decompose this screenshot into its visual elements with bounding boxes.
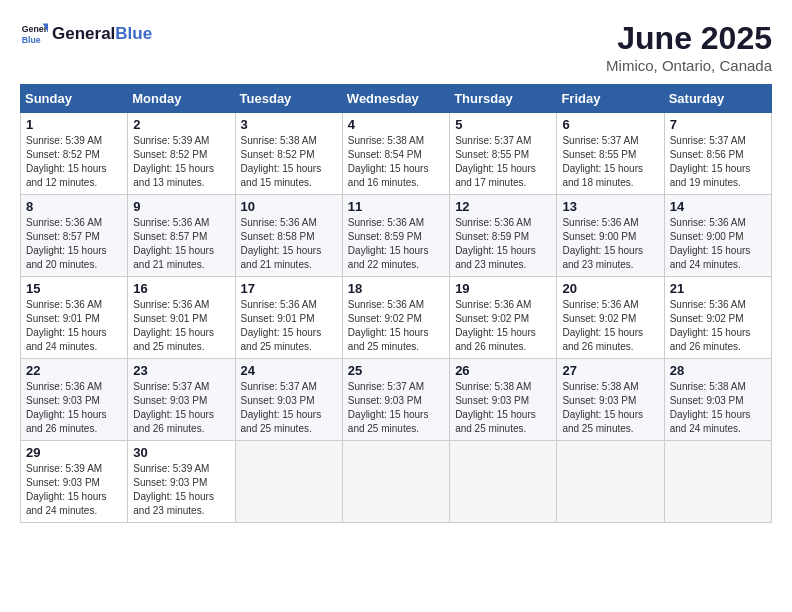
- logo-general: General: [52, 24, 115, 43]
- day-number: 22: [26, 363, 122, 378]
- day-cell: 27Sunrise: 5:38 AM Sunset: 9:03 PM Dayli…: [557, 359, 664, 441]
- day-info-text: Sunrise: 5:36 AM Sunset: 8:57 PM Dayligh…: [26, 216, 122, 272]
- day-info-text: Sunrise: 5:36 AM Sunset: 8:58 PM Dayligh…: [241, 216, 337, 272]
- page-header: General Blue GeneralBlue June 2025 Mimic…: [20, 20, 772, 74]
- day-cell: 4Sunrise: 5:38 AM Sunset: 8:54 PM Daylig…: [342, 113, 449, 195]
- day-cell: 29Sunrise: 5:39 AM Sunset: 9:03 PM Dayli…: [21, 441, 128, 523]
- day-number: 15: [26, 281, 122, 296]
- day-cell: 25Sunrise: 5:37 AM Sunset: 9:03 PM Dayli…: [342, 359, 449, 441]
- day-cell: [450, 441, 557, 523]
- day-info-text: Sunrise: 5:36 AM Sunset: 8:59 PM Dayligh…: [455, 216, 551, 272]
- day-cell: 30Sunrise: 5:39 AM Sunset: 9:03 PM Dayli…: [128, 441, 235, 523]
- day-info-text: Sunrise: 5:37 AM Sunset: 8:55 PM Dayligh…: [455, 134, 551, 190]
- day-number: 16: [133, 281, 229, 296]
- week-row-2: 8Sunrise: 5:36 AM Sunset: 8:57 PM Daylig…: [21, 195, 772, 277]
- day-number: 24: [241, 363, 337, 378]
- day-number: 28: [670, 363, 766, 378]
- day-number: 26: [455, 363, 551, 378]
- calendar-table: SundayMondayTuesdayWednesdayThursdayFrid…: [20, 84, 772, 523]
- day-info-text: Sunrise: 5:37 AM Sunset: 8:55 PM Dayligh…: [562, 134, 658, 190]
- header-row: SundayMondayTuesdayWednesdayThursdayFrid…: [21, 85, 772, 113]
- day-cell: 26Sunrise: 5:38 AM Sunset: 9:03 PM Dayli…: [450, 359, 557, 441]
- day-cell: 17Sunrise: 5:36 AM Sunset: 9:01 PM Dayli…: [235, 277, 342, 359]
- week-row-5: 29Sunrise: 5:39 AM Sunset: 9:03 PM Dayli…: [21, 441, 772, 523]
- day-number: 9: [133, 199, 229, 214]
- day-info-text: Sunrise: 5:38 AM Sunset: 9:03 PM Dayligh…: [670, 380, 766, 436]
- day-cell: 20Sunrise: 5:36 AM Sunset: 9:02 PM Dayli…: [557, 277, 664, 359]
- day-number: 13: [562, 199, 658, 214]
- day-number: 21: [670, 281, 766, 296]
- day-info-text: Sunrise: 5:38 AM Sunset: 9:03 PM Dayligh…: [455, 380, 551, 436]
- logo-icon: General Blue: [20, 20, 48, 48]
- day-number: 18: [348, 281, 444, 296]
- day-number: 20: [562, 281, 658, 296]
- title-area: June 2025 Mimico, Ontario, Canada: [606, 20, 772, 74]
- day-number: 6: [562, 117, 658, 132]
- day-number: 4: [348, 117, 444, 132]
- day-info-text: Sunrise: 5:38 AM Sunset: 8:52 PM Dayligh…: [241, 134, 337, 190]
- day-info-text: Sunrise: 5:36 AM Sunset: 9:01 PM Dayligh…: [133, 298, 229, 354]
- day-info-text: Sunrise: 5:36 AM Sunset: 9:01 PM Dayligh…: [241, 298, 337, 354]
- day-number: 12: [455, 199, 551, 214]
- month-title: June 2025: [606, 20, 772, 57]
- day-number: 17: [241, 281, 337, 296]
- day-cell: 14Sunrise: 5:36 AM Sunset: 9:00 PM Dayli…: [664, 195, 771, 277]
- header-cell-sunday: Sunday: [21, 85, 128, 113]
- day-info-text: Sunrise: 5:38 AM Sunset: 8:54 PM Dayligh…: [348, 134, 444, 190]
- day-info-text: Sunrise: 5:37 AM Sunset: 9:03 PM Dayligh…: [348, 380, 444, 436]
- day-info-text: Sunrise: 5:36 AM Sunset: 9:02 PM Dayligh…: [670, 298, 766, 354]
- day-info-text: Sunrise: 5:37 AM Sunset: 9:03 PM Dayligh…: [241, 380, 337, 436]
- day-info-text: Sunrise: 5:39 AM Sunset: 9:03 PM Dayligh…: [133, 462, 229, 518]
- day-cell: 8Sunrise: 5:36 AM Sunset: 8:57 PM Daylig…: [21, 195, 128, 277]
- day-info-text: Sunrise: 5:36 AM Sunset: 9:00 PM Dayligh…: [562, 216, 658, 272]
- day-info-text: Sunrise: 5:36 AM Sunset: 9:02 PM Dayligh…: [455, 298, 551, 354]
- day-info-text: Sunrise: 5:36 AM Sunset: 8:57 PM Dayligh…: [133, 216, 229, 272]
- day-number: 19: [455, 281, 551, 296]
- day-number: 25: [348, 363, 444, 378]
- logo: General Blue GeneralBlue: [20, 20, 152, 48]
- day-cell: 3Sunrise: 5:38 AM Sunset: 8:52 PM Daylig…: [235, 113, 342, 195]
- day-cell: [342, 441, 449, 523]
- day-cell: 5Sunrise: 5:37 AM Sunset: 8:55 PM Daylig…: [450, 113, 557, 195]
- day-number: 10: [241, 199, 337, 214]
- day-cell: 12Sunrise: 5:36 AM Sunset: 8:59 PM Dayli…: [450, 195, 557, 277]
- logo-text: GeneralBlue: [52, 25, 152, 44]
- day-cell: 16Sunrise: 5:36 AM Sunset: 9:01 PM Dayli…: [128, 277, 235, 359]
- day-info-text: Sunrise: 5:38 AM Sunset: 9:03 PM Dayligh…: [562, 380, 658, 436]
- day-cell: 2Sunrise: 5:39 AM Sunset: 8:52 PM Daylig…: [128, 113, 235, 195]
- day-cell: 11Sunrise: 5:36 AM Sunset: 8:59 PM Dayli…: [342, 195, 449, 277]
- day-number: 23: [133, 363, 229, 378]
- day-cell: 21Sunrise: 5:36 AM Sunset: 9:02 PM Dayli…: [664, 277, 771, 359]
- day-number: 1: [26, 117, 122, 132]
- day-cell: [557, 441, 664, 523]
- day-info-text: Sunrise: 5:36 AM Sunset: 9:02 PM Dayligh…: [348, 298, 444, 354]
- header-cell-thursday: Thursday: [450, 85, 557, 113]
- day-number: 29: [26, 445, 122, 460]
- day-cell: 10Sunrise: 5:36 AM Sunset: 8:58 PM Dayli…: [235, 195, 342, 277]
- header-cell-saturday: Saturday: [664, 85, 771, 113]
- header-cell-monday: Monday: [128, 85, 235, 113]
- day-cell: 23Sunrise: 5:37 AM Sunset: 9:03 PM Dayli…: [128, 359, 235, 441]
- day-cell: 9Sunrise: 5:36 AM Sunset: 8:57 PM Daylig…: [128, 195, 235, 277]
- day-cell: 13Sunrise: 5:36 AM Sunset: 9:00 PM Dayli…: [557, 195, 664, 277]
- day-cell: 15Sunrise: 5:36 AM Sunset: 9:01 PM Dayli…: [21, 277, 128, 359]
- header-cell-wednesday: Wednesday: [342, 85, 449, 113]
- day-number: 27: [562, 363, 658, 378]
- header-cell-friday: Friday: [557, 85, 664, 113]
- week-row-3: 15Sunrise: 5:36 AM Sunset: 9:01 PM Dayli…: [21, 277, 772, 359]
- day-info-text: Sunrise: 5:36 AM Sunset: 9:03 PM Dayligh…: [26, 380, 122, 436]
- day-number: 30: [133, 445, 229, 460]
- day-info-text: Sunrise: 5:37 AM Sunset: 9:03 PM Dayligh…: [133, 380, 229, 436]
- header-cell-tuesday: Tuesday: [235, 85, 342, 113]
- day-cell: 1Sunrise: 5:39 AM Sunset: 8:52 PM Daylig…: [21, 113, 128, 195]
- day-cell: 28Sunrise: 5:38 AM Sunset: 9:03 PM Dayli…: [664, 359, 771, 441]
- day-cell: 18Sunrise: 5:36 AM Sunset: 9:02 PM Dayli…: [342, 277, 449, 359]
- day-number: 7: [670, 117, 766, 132]
- day-info-text: Sunrise: 5:36 AM Sunset: 8:59 PM Dayligh…: [348, 216, 444, 272]
- week-row-4: 22Sunrise: 5:36 AM Sunset: 9:03 PM Dayli…: [21, 359, 772, 441]
- location-title: Mimico, Ontario, Canada: [606, 57, 772, 74]
- day-number: 5: [455, 117, 551, 132]
- day-info-text: Sunrise: 5:36 AM Sunset: 9:01 PM Dayligh…: [26, 298, 122, 354]
- day-cell: [235, 441, 342, 523]
- day-info-text: Sunrise: 5:39 AM Sunset: 9:03 PM Dayligh…: [26, 462, 122, 518]
